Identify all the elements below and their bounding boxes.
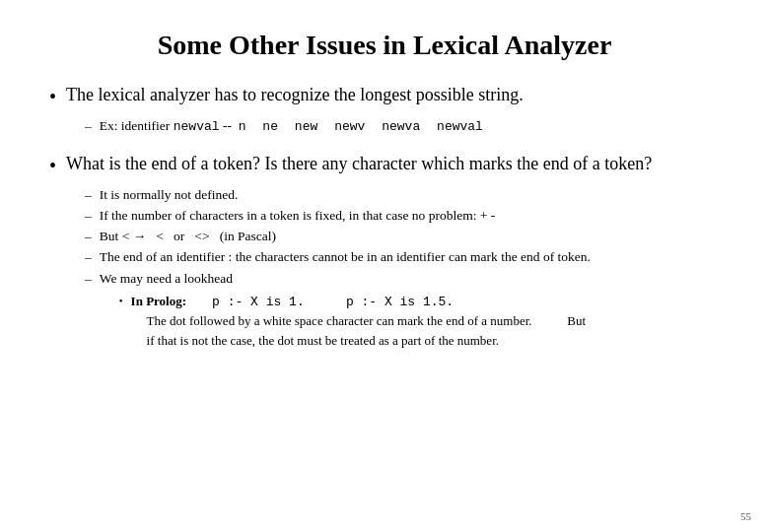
slide-container: Some Other Issues in Lexical Analyzer • … xyxy=(0,0,769,532)
bullet-section-1: • The lexical analyzer has to recognize … xyxy=(49,83,720,138)
sub-bullet-2-1: – It is normally not defined. xyxy=(85,185,720,205)
sub-bullet-2-2-text: If the number of characters in a token i… xyxy=(100,206,720,226)
sub-bullet-2-5-text: We may need a lookhead • In Prolog: p :-… xyxy=(100,269,720,353)
sub-bullets-1: – Ex: identifier newval -- n ne new newv… xyxy=(49,116,720,137)
sub-bullet-2-5: – We may need a lookhead • In Prolog: p … xyxy=(85,269,720,353)
dash-icon: – xyxy=(85,206,92,226)
sub-sub-bullet-1: • In Prolog: p :- X is 1. p :- X is 1.5.… xyxy=(119,292,720,351)
bullet-dot-1: • xyxy=(49,83,56,110)
sub-bullet-1-1: – Ex: identifier newval -- n ne new newv… xyxy=(85,116,720,137)
main-bullet-1-text: The lexical analyzer has to recognize th… xyxy=(66,83,524,107)
bullet-dot-2: • xyxy=(49,152,56,179)
dash-icon: – xyxy=(85,269,92,289)
dash-icon: – xyxy=(85,227,92,246)
sub-bullet-2-1-text: It is normally not defined. xyxy=(100,185,720,205)
sub-bullet-2-2: – If the number of characters in a token… xyxy=(85,206,720,226)
prolog-label: In Prolog: xyxy=(131,294,186,308)
sub-bullet-1-1-text: Ex: identifier newval -- n ne new newv n… xyxy=(100,116,720,137)
main-bullet-2: • What is the end of a token? Is there a… xyxy=(49,152,720,179)
sub-bullets-2: – It is normally not defined. – If the n… xyxy=(49,185,720,353)
small-bullet-icon: • xyxy=(119,292,123,310)
bullet-section-2: • What is the end of a token? Is there a… xyxy=(49,152,720,354)
prolog-line3: if that is not the case, the dot must be… xyxy=(131,331,720,351)
dash-icon: – xyxy=(85,185,92,205)
sub-bullet-2-3-text: But < → < or <> (in Pascal) xyxy=(100,227,720,246)
dash-icon: – xyxy=(85,247,92,267)
dash-icon: – xyxy=(85,116,92,136)
sub-bullet-2-3: – But < → < or <> (in Pascal) xyxy=(85,227,720,246)
page-number: 55 xyxy=(740,510,751,522)
main-bullet-1: • The lexical analyzer has to recognize … xyxy=(49,83,720,110)
sub-sub-bullet-1-text: In Prolog: p :- X is 1. p :- X is 1.5. T… xyxy=(131,292,720,351)
sub-bullet-2-4-text: The end of an identifier : the character… xyxy=(100,247,720,267)
sub-sub-bullets: • In Prolog: p :- X is 1. p :- X is 1.5.… xyxy=(100,292,720,351)
prolog-line2: The dot followed by a white space charac… xyxy=(131,311,720,331)
sub-bullet-2-4: – The end of an identifier : the charact… xyxy=(85,247,720,267)
slide-title: Some Other Issues in Lexical Analyzer xyxy=(49,30,720,61)
main-bullet-2-text: What is the end of a token? Is there any… xyxy=(66,152,652,176)
